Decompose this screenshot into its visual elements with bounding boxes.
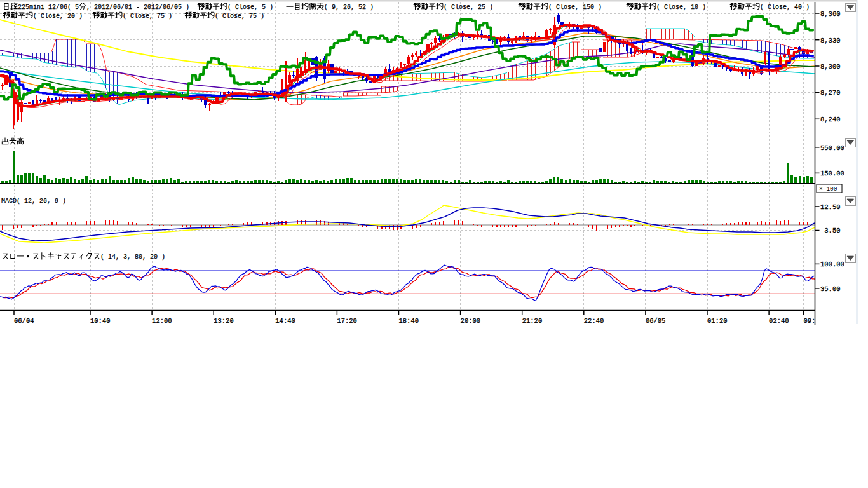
svg-text:8,300: 8,300 xyxy=(820,63,841,71)
svg-text:14:40: 14:40 xyxy=(275,317,295,325)
svg-text:09:: 09: xyxy=(803,317,815,325)
svg-text:× 100: × 100 xyxy=(819,186,837,193)
svg-text:MACD( 12, 26, 9 ): MACD( 12, 26, 9 ) xyxy=(1,198,66,205)
svg-text:( Close, 25 ): ( Close, 25 ) xyxy=(444,4,493,11)
svg-text:150.00: 150.00 xyxy=(820,170,844,177)
svg-text:18:40: 18:40 xyxy=(399,317,419,325)
svg-text:17:20: 17:20 xyxy=(337,317,357,325)
svg-text:( Close, 75 ): ( Close, 75 ) xyxy=(123,13,172,20)
svg-text:8,270: 8,270 xyxy=(820,89,841,97)
svg-text:22:40: 22:40 xyxy=(584,317,604,325)
svg-text:( Close, 75 ): ( Close, 75 ) xyxy=(215,13,264,20)
svg-text:( Close, 5 ): ( Close, 5 ) xyxy=(227,4,273,11)
svg-text:10:40: 10:40 xyxy=(90,317,111,325)
svg-text:21:20: 21:20 xyxy=(522,317,543,325)
svg-text:35.00: 35.00 xyxy=(820,285,841,293)
svg-text:-3.50: -3.50 xyxy=(820,227,841,234)
svg-text:01:20: 01:20 xyxy=(707,317,728,325)
svg-text:100.00: 100.00 xyxy=(820,261,844,268)
svg-text:13:20: 13:20 xyxy=(214,317,234,325)
svg-text:225mini 12/06( 5: 225mini 12/06( 5 xyxy=(18,4,79,11)
svg-text:( Close, 20 ): ( Close, 20 ) xyxy=(33,13,83,20)
svg-text:8,240: 8,240 xyxy=(820,116,841,123)
svg-text:( 14, 3, 80, 20 ): ( 14, 3, 80, 20 ) xyxy=(100,254,165,261)
svg-text:( Close, 10 ): ( Close, 10 ) xyxy=(656,4,706,11)
svg-text:12.50: 12.50 xyxy=(820,203,841,211)
svg-text:06/04: 06/04 xyxy=(14,317,34,325)
svg-text:( Close, 150 ): ( Close, 150 ) xyxy=(548,4,602,11)
svg-text:06/05: 06/05 xyxy=(646,317,666,325)
svg-text:02:40: 02:40 xyxy=(769,317,789,325)
svg-text:8,360: 8,360 xyxy=(820,10,841,18)
svg-text:20:00: 20:00 xyxy=(461,317,481,325)
svg-text:8,330: 8,330 xyxy=(820,37,841,44)
svg-text:( 9, 26, 52 ): ( 9, 26, 52 ) xyxy=(324,4,374,11)
svg-text:12:00: 12:00 xyxy=(152,317,172,325)
svg-text:( Close, 40 ): ( Close, 40 ) xyxy=(760,4,810,11)
svg-text:550.00: 550.00 xyxy=(820,144,844,152)
svg-text:, 2012/06/01 - 2012/06/05 ): , 2012/06/01 - 2012/06/05 ) xyxy=(86,4,189,11)
